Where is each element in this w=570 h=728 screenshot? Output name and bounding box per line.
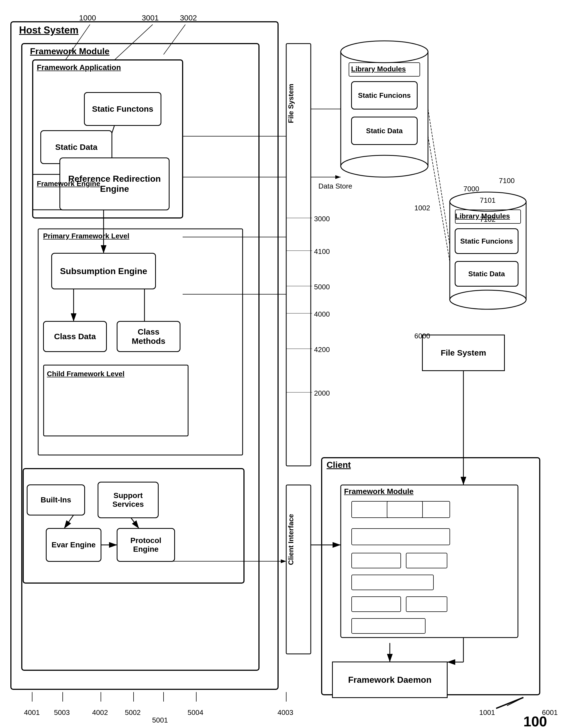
num-5003: 5003	[54, 708, 70, 717]
num-5000: 5000	[314, 283, 330, 291]
svg-rect-42	[352, 619, 425, 634]
num-7000: 7000	[464, 185, 479, 193]
host-system-label: Host System	[19, 25, 78, 36]
svg-rect-34	[352, 501, 422, 518]
subsumption-engine-box: Subsumption Engine	[51, 253, 156, 289]
client-label: Client	[327, 460, 351, 470]
framework-module-2-label: Framework Module	[344, 487, 413, 496]
svg-rect-39	[352, 575, 434, 590]
framework-daemon-label: Framework Daemon	[333, 675, 447, 685]
static-data-box-3: Static Data	[455, 261, 519, 286]
svg-line-55	[428, 109, 450, 245]
num-4003: 4003	[278, 708, 293, 717]
built-ins-box: Built-Ins	[27, 485, 85, 516]
file-system-vertical-label: File System	[287, 76, 295, 131]
class-methods-box: Class Methods	[117, 321, 181, 352]
static-funcions-label-1: Static Funcions	[352, 91, 417, 100]
data-store-label: Data Store	[318, 182, 352, 190]
num-4100: 4100	[314, 247, 330, 256]
framework-engine-label: Framework Engine	[37, 179, 100, 188]
class-data-box: Class Data	[43, 321, 107, 352]
svg-point-21	[341, 155, 428, 177]
num-1000: 1000	[79, 14, 96, 22]
num-3002: 3002	[180, 14, 197, 22]
num-5001: 5001	[152, 716, 168, 724]
svg-rect-35	[387, 501, 450, 518]
num-4001: 4001	[24, 708, 40, 717]
static-data-label-1: Static Data	[41, 142, 111, 152]
built-ins-label: Built-Ins	[28, 496, 84, 504]
svg-rect-41	[406, 597, 447, 612]
static-data-box-2: Static Data	[351, 117, 417, 145]
diagram-container: 1000 3001 3002 Host System Framework Mod…	[0, 0, 570, 728]
num-7100: 7100	[499, 176, 515, 185]
static-funcions-label-2: Static Funcions	[456, 237, 518, 245]
static-functons-label: Static Functons	[85, 104, 161, 114]
num-6000: 6000	[414, 332, 430, 340]
static-data-label-3: Static Data	[456, 270, 518, 278]
num-7102: 7102	[480, 215, 496, 224]
num-3000: 3000	[314, 215, 330, 223]
evar-engine-label: Evar Engine	[47, 541, 100, 549]
child-fw-level-label: Child Framework Level	[47, 370, 124, 379]
num-3001: 3001	[142, 14, 159, 22]
num-4002: 4002	[92, 708, 108, 717]
num-2000: 2000	[314, 389, 330, 398]
static-functons-box: Static Functons	[84, 92, 162, 126]
svg-line-67	[114, 25, 153, 60]
static-funcions-box-1: Static Funcions	[351, 81, 417, 109]
svg-point-27	[450, 290, 526, 309]
svg-line-84	[496, 697, 523, 708]
class-data-label: Class Data	[44, 332, 106, 341]
svg-line-62	[64, 515, 74, 529]
svg-rect-36	[352, 529, 450, 545]
support-services-label: Support Services	[98, 491, 158, 509]
num-5004: 5004	[188, 708, 203, 717]
subsumption-engine-label: Subsumption Engine	[52, 266, 155, 276]
support-services-box: Support Services	[97, 482, 159, 518]
num-1001: 1001	[479, 708, 495, 717]
svg-line-68	[164, 25, 185, 54]
file-system-2-label: File System	[423, 348, 504, 357]
protocol-engine-box: Protocol Engine	[117, 528, 175, 562]
num-100: 100	[523, 713, 547, 728]
svg-rect-38	[406, 553, 447, 568]
static-funcions-box-2: Static Funcions	[455, 228, 519, 254]
protocol-engine-label: Protocol Engine	[117, 536, 174, 554]
svg-rect-18	[286, 485, 311, 654]
framework-application-label: Framework Application	[37, 63, 121, 72]
num-4200: 4200	[314, 345, 330, 354]
num-5002: 5002	[125, 708, 140, 717]
library-modules-1-label: Library Modules	[351, 65, 406, 73]
class-methods-label: Class Methods	[117, 327, 180, 346]
evar-engine-box: Evar Engine	[46, 528, 101, 562]
framework-module-label: Framework Module	[30, 46, 109, 56]
svg-line-56	[428, 136, 450, 261]
svg-point-20	[341, 41, 428, 63]
file-system-2-box: File System	[422, 334, 505, 371]
svg-rect-40	[352, 597, 401, 612]
num-7101: 7101	[480, 196, 496, 205]
num-1002: 1002	[414, 204, 430, 212]
primary-fw-level-label: Primary Framework Level	[43, 231, 129, 241]
num-4000: 4000	[314, 310, 330, 318]
client-interface-vertical-label: Client Interface	[287, 512, 295, 567]
svg-rect-33	[341, 485, 518, 638]
svg-line-85	[507, 697, 523, 706]
svg-rect-37	[352, 553, 401, 568]
framework-daemon-box: Framework Daemon	[332, 662, 448, 698]
static-data-label-2: Static Data	[352, 127, 417, 135]
svg-line-63	[131, 518, 139, 529]
